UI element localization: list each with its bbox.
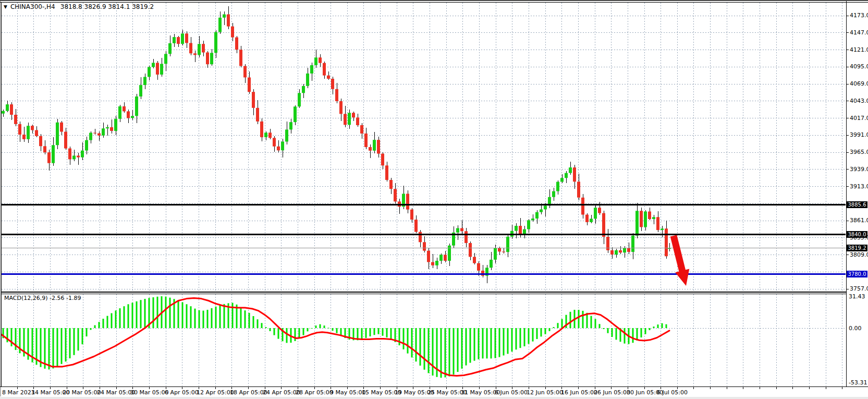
macd-histogram-bar bbox=[219, 305, 221, 328]
macd-histogram-bar bbox=[403, 328, 405, 349]
bull-candle bbox=[569, 167, 572, 173]
bear-candle bbox=[31, 126, 34, 130]
macd-histogram-bar bbox=[616, 328, 617, 340]
bull-candle bbox=[527, 220, 530, 229]
macd-histogram-bar bbox=[374, 328, 375, 335]
bear-candle bbox=[598, 208, 601, 213]
bear-candle bbox=[419, 232, 422, 243]
bull-candle bbox=[306, 74, 309, 86]
bear-candle bbox=[469, 243, 472, 257]
macd-histogram-bar bbox=[78, 328, 79, 350]
bear-candle bbox=[64, 132, 67, 149]
price-axis-label: 3965.0 bbox=[850, 149, 868, 155]
macd-histogram-bar bbox=[461, 328, 463, 369]
bear-candle bbox=[193, 53, 197, 55]
bear-candle bbox=[227, 14, 230, 26]
bear-candle bbox=[364, 134, 368, 147]
macd-histogram-bar bbox=[653, 327, 655, 328]
macd-histogram-bar bbox=[528, 328, 530, 344]
macd-histogram-bar bbox=[11, 328, 13, 346]
macd-histogram-bar bbox=[361, 328, 363, 340]
time-axis-label: 9 May 05:00 bbox=[330, 389, 365, 396]
macd-histogram-bar bbox=[553, 327, 555, 328]
bear-candle bbox=[356, 117, 359, 125]
macd-histogram-bar bbox=[378, 328, 380, 334]
macd-histogram-bar bbox=[315, 325, 317, 328]
bear-candle bbox=[327, 76, 330, 79]
bull-candle bbox=[285, 129, 288, 141]
chart-canvas[interactable] bbox=[0, 0, 868, 399]
bear-candle bbox=[410, 210, 413, 220]
macd-histogram-bar bbox=[470, 328, 471, 363]
macd-histogram-bar bbox=[257, 319, 259, 328]
macd-histogram-bar bbox=[119, 308, 121, 328]
bear-candle bbox=[360, 125, 363, 134]
bear-candle bbox=[627, 248, 630, 252]
price-axis-label: 4095.0 bbox=[850, 63, 868, 70]
price-axis-label: 4173.0 bbox=[850, 12, 868, 19]
bear-candle bbox=[640, 211, 643, 227]
bear-candle bbox=[206, 53, 209, 65]
bear-candle bbox=[35, 130, 38, 136]
macd-histogram-bar bbox=[240, 307, 242, 328]
macd-histogram-bar bbox=[82, 328, 83, 344]
bear-candle bbox=[239, 50, 242, 66]
symbol-dropdown-icon[interactable]: ▼ bbox=[4, 4, 7, 9]
macd-histogram-bar bbox=[541, 328, 542, 336]
macd-histogram-bar bbox=[190, 306, 192, 328]
bull-candle bbox=[435, 261, 438, 265]
bear-candle bbox=[202, 44, 205, 52]
macd-histogram-bar bbox=[507, 328, 509, 354]
macd-histogram-bar bbox=[591, 316, 592, 328]
price-level-badge: 3819.2 bbox=[847, 245, 867, 251]
bear-candle bbox=[68, 149, 71, 160]
price-level-badge: 3840.0 bbox=[847, 231, 867, 238]
macd-histogram-bar bbox=[140, 300, 142, 328]
bear-candle bbox=[339, 101, 343, 114]
bull-candle bbox=[198, 44, 201, 55]
macd-histogram-bar bbox=[274, 328, 275, 335]
bull-candle bbox=[52, 145, 55, 163]
macd-histogram-bar bbox=[386, 328, 388, 337]
bear-candle bbox=[323, 63, 326, 76]
bull-candle bbox=[173, 37, 176, 43]
bear-candle bbox=[77, 155, 80, 157]
macd-histogram-bar bbox=[491, 328, 492, 358]
time-axis-label: 6 Jul 05:00 bbox=[657, 389, 688, 396]
bear-candle bbox=[519, 226, 522, 235]
macd-scale-label: 0.00 bbox=[849, 325, 862, 332]
bear-candle bbox=[352, 113, 355, 117]
macd-histogram-bar bbox=[582, 311, 584, 328]
bull-candle bbox=[448, 246, 451, 261]
macd-histogram-bar bbox=[253, 316, 254, 328]
macd-histogram-bar bbox=[44, 328, 46, 369]
macd-histogram-bar bbox=[632, 328, 634, 343]
macd-histogram-bar bbox=[657, 324, 659, 328]
macd-histogram-bar bbox=[532, 328, 534, 342]
bear-candle bbox=[619, 250, 622, 252]
macd-histogram-bar bbox=[495, 328, 496, 358]
macd-histogram-bar bbox=[453, 328, 455, 374]
bull-candle bbox=[143, 77, 146, 85]
macd-histogram-bar bbox=[115, 310, 117, 328]
bear-candle bbox=[243, 66, 247, 78]
bear-candle bbox=[127, 111, 130, 118]
macd-histogram-bar bbox=[441, 328, 442, 378]
macd-histogram-bar bbox=[561, 319, 563, 328]
bear-candle bbox=[573, 167, 576, 182]
bear-candle bbox=[610, 250, 614, 255]
macd-histogram-bar bbox=[61, 328, 63, 364]
bull-candle bbox=[131, 116, 134, 118]
bear-candle bbox=[177, 37, 180, 44]
price-level-badge: 3885.6 bbox=[847, 201, 867, 208]
macd-histogram-bar bbox=[457, 328, 459, 372]
bull-candle bbox=[160, 64, 163, 75]
bear-candle bbox=[473, 257, 476, 263]
bear-candle bbox=[427, 251, 430, 262]
bull-candle bbox=[218, 18, 222, 32]
macd-histogram-bar bbox=[324, 325, 325, 328]
bull-candle bbox=[556, 182, 559, 191]
bear-candle bbox=[235, 38, 238, 50]
macd-histogram-bar bbox=[203, 311, 204, 328]
bear-candle bbox=[231, 27, 234, 38]
